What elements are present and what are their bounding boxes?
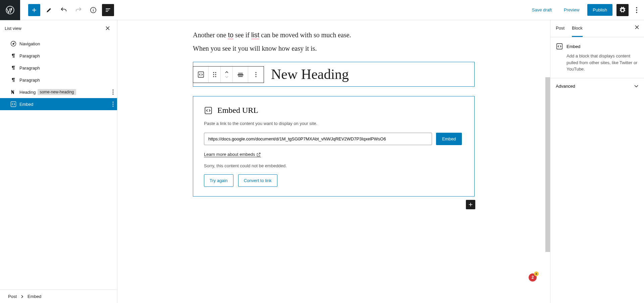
- block-more-button[interactable]: [248, 67, 264, 83]
- info-button[interactable]: [87, 4, 99, 16]
- svg-point-14: [213, 72, 214, 73]
- breadcrumb-root[interactable]: Post: [8, 294, 17, 299]
- block-info-panel: Embed Add a block that displays content …: [550, 37, 644, 78]
- convert-to-link-button[interactable]: Convert to link: [238, 174, 277, 187]
- list-item-paragraph[interactable]: Paragraph: [0, 62, 117, 74]
- list-item-label: Paragraph: [19, 66, 40, 71]
- close-list-view-button[interactable]: [105, 26, 110, 31]
- svg-point-15: [215, 72, 216, 73]
- list-item-embed[interactable]: Embed: [0, 98, 117, 110]
- svg-point-4: [636, 12, 637, 13]
- drag-handle[interactable]: [209, 67, 221, 83]
- heading-block[interactable]: New Heading: [193, 62, 475, 87]
- embed-title: Embed URL: [217, 106, 258, 115]
- list-item-label: Embed: [19, 102, 33, 107]
- block-name: Embed: [567, 44, 580, 49]
- svg-point-12: [113, 106, 114, 107]
- svg-point-11: [113, 104, 114, 105]
- embed-submit-button[interactable]: Embed: [436, 133, 462, 145]
- svg-point-16: [213, 74, 214, 75]
- svg-point-6: [113, 90, 114, 91]
- scrollbar[interactable]: [545, 77, 550, 252]
- list-item-label: Paragraph: [19, 53, 40, 58]
- settings-button[interactable]: [616, 4, 629, 16]
- list-item-more-button[interactable]: [112, 101, 114, 107]
- list-view-title: List view: [5, 26, 21, 31]
- publish-button[interactable]: Publish: [587, 4, 612, 16]
- move-buttons[interactable]: [221, 67, 233, 83]
- undo-button[interactable]: [58, 4, 70, 16]
- svg-rect-24: [557, 44, 562, 49]
- list-item-paragraph[interactable]: Paragraph: [0, 50, 117, 62]
- advanced-panel-toggle[interactable]: Advanced: [550, 78, 644, 94]
- svg-point-2: [636, 7, 637, 8]
- list-item-navigation[interactable]: Navigation: [0, 38, 117, 50]
- block-type-button[interactable]: [193, 67, 209, 83]
- tab-block[interactable]: Block: [572, 20, 583, 37]
- list-item-heading[interactable]: Heading some-new-heading: [0, 86, 117, 98]
- svg-point-7: [113, 92, 114, 93]
- list-item-label: Navigation: [19, 41, 40, 46]
- paragraph-block[interactable]: Another one to see if list can be moved …: [193, 30, 475, 40]
- breadcrumb-current[interactable]: Embed: [28, 294, 41, 299]
- preview-button[interactable]: Preview: [560, 5, 583, 15]
- svg-point-10: [113, 102, 114, 103]
- learn-more-link[interactable]: Learn more about embeds: [204, 152, 261, 157]
- chevron-right-icon: [21, 295, 23, 298]
- embed-error-text: Sorry, this content could not be embedde…: [204, 163, 464, 168]
- embed-icon: [556, 43, 563, 50]
- editor-canvas[interactable]: Another one to see if list can be moved …: [117, 20, 550, 303]
- anchor-badge: some-new-heading: [38, 89, 76, 95]
- list-item-label: Paragraph: [19, 78, 40, 83]
- block-description: Add a block that displays content pulled…: [567, 53, 639, 73]
- list-view-sidebar: List view Navigation Paragraph Paragraph…: [0, 20, 117, 303]
- svg-point-19: [215, 76, 216, 77]
- top-toolbar: Save draft Preview Publish: [0, 0, 644, 20]
- redo-button[interactable]: [72, 4, 85, 16]
- embed-description: Paste a link to the content you want to …: [204, 121, 464, 126]
- embed-url-input[interactable]: [204, 133, 432, 145]
- list-item-paragraph[interactable]: Paragraph: [0, 74, 117, 86]
- notification-plus-icon: +: [534, 271, 539, 276]
- svg-point-20: [256, 72, 257, 73]
- svg-point-21: [256, 74, 257, 75]
- heading-icon: [9, 88, 17, 96]
- embed-icon: [204, 106, 213, 115]
- svg-rect-9: [11, 102, 16, 107]
- chevron-down-icon: [634, 84, 639, 88]
- save-draft-button[interactable]: Save draft: [528, 5, 556, 15]
- paragraph-icon: [9, 76, 17, 84]
- svg-point-22: [256, 76, 257, 77]
- embed-block[interactable]: Embed URL Paste a link to the content yo…: [193, 96, 475, 197]
- breadcrumb: Post Embed: [0, 290, 117, 303]
- paragraph-block[interactable]: When you see it you will know how easy i…: [193, 43, 475, 54]
- add-block-button[interactable]: [28, 4, 40, 16]
- svg-point-3: [636, 9, 637, 11]
- svg-rect-13: [198, 72, 204, 78]
- settings-sidebar: Post Block Embed Add a block that displa…: [550, 20, 644, 303]
- wordpress-logo[interactable]: [0, 0, 20, 20]
- embed-icon: [9, 100, 17, 108]
- svg-rect-23: [205, 107, 212, 114]
- block-toolbar: [193, 66, 264, 83]
- paragraph-icon: [9, 52, 17, 60]
- add-block-inline-button[interactable]: [466, 200, 475, 209]
- close-sidebar-button[interactable]: [635, 25, 639, 30]
- list-item-label: Heading: [19, 90, 36, 95]
- edit-icon[interactable]: [43, 4, 55, 16]
- navigation-icon: [9, 40, 17, 48]
- align-button[interactable]: [233, 67, 248, 83]
- svg-point-17: [215, 74, 216, 75]
- svg-point-8: [113, 94, 114, 95]
- try-again-button[interactable]: Try again: [204, 174, 233, 187]
- list-view-toggle[interactable]: [102, 4, 114, 16]
- list-item-more-button[interactable]: [112, 89, 114, 95]
- svg-point-18: [213, 76, 214, 77]
- paragraph-icon: [9, 64, 17, 72]
- more-options-button[interactable]: [633, 4, 641, 16]
- tab-post[interactable]: Post: [556, 20, 565, 37]
